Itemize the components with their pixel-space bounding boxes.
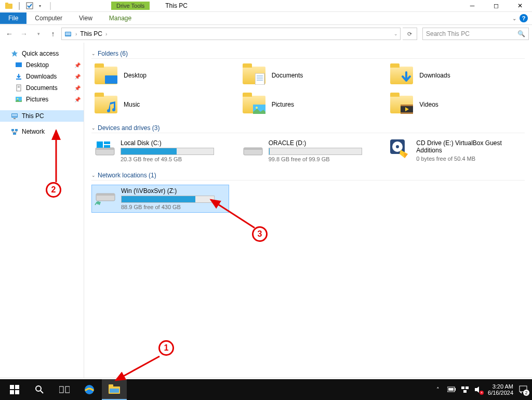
maximize-button[interactable]: ◻ <box>484 0 508 12</box>
tray-network-icon[interactable] <box>461 385 469 394</box>
annotation-2: 2 <box>46 182 61 198</box>
qat-checkbox-icon[interactable] <box>25 1 34 10</box>
tray-clock[interactable]: 3:20 AM 6/16/2024 <box>488 383 513 396</box>
drive-name: Win (\\VBoxSvr) (Z:) <box>121 187 227 195</box>
annotation-3-arrow <box>207 197 256 230</box>
collapse-icon: ⌄ <box>91 173 96 178</box>
minimize-button[interactable]: ─ <box>460 0 484 12</box>
drive-oracle-d[interactable]: ORACLE (D:) 99.8 GB free of 99.9 GB <box>240 137 377 164</box>
drive-name: CD Drive (E:) VirtualBox Guest Additions <box>416 139 523 154</box>
taskbar: ˄ × 3:20 AM 6/16/2024 2 <box>0 379 532 400</box>
tray-volume-icon[interactable]: × <box>474 385 483 394</box>
breadcrumb-this-pc[interactable]: This PC <box>80 30 102 37</box>
section-drives-header[interactable]: ⌄ Devices and drives (3) <box>91 124 525 133</box>
location-icon <box>64 30 72 38</box>
svg-rect-61 <box>466 386 469 389</box>
drive-cd-e[interactable]: CD Drive (E:) VirtualBox Guest Additions… <box>387 137 525 164</box>
folder-label: Videos <box>419 101 438 108</box>
svg-rect-14 <box>12 114 17 117</box>
sidebar-item-downloads[interactable]: Downloads 📌 <box>0 71 84 82</box>
ribbon-tabs: File Computer View Manage ⌄ ? <box>0 12 532 25</box>
tray-time: 3:20 AM <box>488 383 513 390</box>
tab-view[interactable]: View <box>71 12 101 24</box>
sidebar-item-pictures[interactable]: Pictures 📌 <box>0 94 84 105</box>
svg-rect-8 <box>17 85 21 91</box>
svg-rect-27 <box>401 105 413 106</box>
star-icon <box>10 49 19 58</box>
qat-separator: | <box>15 1 24 10</box>
tray-overflow-icon[interactable]: ˄ <box>434 385 442 394</box>
sidebar-item-desktop[interactable]: Desktop 📌 <box>0 59 84 71</box>
taskbar-search-button[interactable] <box>27 379 52 400</box>
section-network-header[interactable]: ⌄ Network locations (1) <box>91 172 525 180</box>
svg-marker-5 <box>11 50 18 57</box>
cd-drive-icon <box>389 139 412 158</box>
drive-free-space: 99.8 GB free of 99.9 GB <box>269 156 375 162</box>
svg-point-44 <box>97 201 100 204</box>
svg-rect-17 <box>15 129 18 131</box>
folder-music[interactable]: Music <box>91 92 229 117</box>
svg-rect-20 <box>255 73 264 85</box>
folder-documents[interactable]: Documents <box>240 63 377 88</box>
sidebar-quick-access[interactable]: Quick access <box>0 48 84 59</box>
svg-line-66 <box>116 356 159 380</box>
qat-dropdown-icon[interactable]: ▾ <box>35 1 45 10</box>
qat-separator-2: | <box>46 1 55 10</box>
documents-icon <box>15 84 23 92</box>
task-view-button[interactable] <box>52 379 77 400</box>
sidebar-item-documents[interactable]: Documents 📌 <box>0 82 84 94</box>
navigation-pane: Quick access Desktop 📌 Downloads 📌 Docum… <box>0 43 84 378</box>
folder-downloads[interactable]: Downloads <box>387 63 525 88</box>
folder-pictures[interactable]: Pictures <box>240 92 377 117</box>
annotation-1: 1 <box>158 340 174 356</box>
taskbar-ie-button[interactable] <box>77 379 102 400</box>
svg-rect-2 <box>26 3 33 9</box>
start-button[interactable] <box>2 379 27 400</box>
folder-label: Music <box>124 101 140 108</box>
drive-icon <box>242 139 264 158</box>
svg-rect-31 <box>96 148 114 150</box>
recent-dropdown[interactable]: ▾ <box>32 28 45 40</box>
sidebar-item-label: Downloads <box>26 73 57 80</box>
back-button[interactable]: ← <box>3 28 16 40</box>
drive-usage-bar <box>269 148 362 155</box>
svg-line-70 <box>211 200 255 228</box>
tab-file[interactable]: File <box>0 12 26 24</box>
up-button[interactable]: ↑ <box>47 28 59 40</box>
svg-rect-48 <box>15 390 19 394</box>
folder-desktop[interactable]: Desktop <box>91 63 229 88</box>
svg-rect-51 <box>59 386 63 393</box>
tray-date: 6/16/2024 <box>488 390 513 396</box>
forward-button[interactable]: → <box>18 28 30 40</box>
folder-label: Documents <box>272 72 303 79</box>
search-input[interactable] <box>426 30 517 37</box>
titlebar: | ▾ | Drive Tools This PC ─ ◻ ✕ <box>0 0 532 12</box>
drive-local-c[interactable]: Local Disk (C:) 20.3 GB free of 49.5 GB <box>91 137 229 164</box>
pin-icon: 📌 <box>74 62 81 68</box>
folder-videos[interactable]: Videos <box>387 92 525 117</box>
ribbon-collapse-icon[interactable]: ⌄ <box>512 16 516 21</box>
section-folders-header[interactable]: ⌄ Folders (6) <box>91 50 525 59</box>
help-icon[interactable]: ? <box>520 14 528 22</box>
annotation-2-arrow <box>51 127 61 184</box>
downloads-icon <box>15 72 23 81</box>
tab-manage[interactable]: Manage <box>101 12 140 24</box>
section-title: Devices and drives (3) <box>98 124 159 132</box>
search-box[interactable]: 🔍 <box>422 28 529 40</box>
tab-computer[interactable]: Computer <box>26 12 71 24</box>
refresh-button[interactable]: ⟳ <box>403 28 417 40</box>
sidebar-item-label: Pictures <box>26 96 48 103</box>
search-icon[interactable]: 🔍 <box>517 30 525 37</box>
svg-rect-6 <box>16 62 22 67</box>
address-dropdown-icon[interactable]: ⌄ <box>394 31 398 36</box>
action-center-button[interactable]: 2 <box>518 385 528 394</box>
folder-icon <box>389 65 414 86</box>
address-bar[interactable]: › This PC › ⌄ <box>61 28 401 40</box>
annotation-1-arrow <box>112 355 161 384</box>
folder-label: Pictures <box>272 101 294 108</box>
sidebar-network[interactable]: Network <box>0 126 84 137</box>
sidebar-this-pc[interactable]: This PC <box>0 110 84 122</box>
close-button[interactable]: ✕ <box>508 0 532 12</box>
nav-bar: ← → ▾ ↑ › This PC › ⌄ ⟳ 🔍 <box>0 25 532 43</box>
tray-battery-icon[interactable] <box>447 385 456 394</box>
